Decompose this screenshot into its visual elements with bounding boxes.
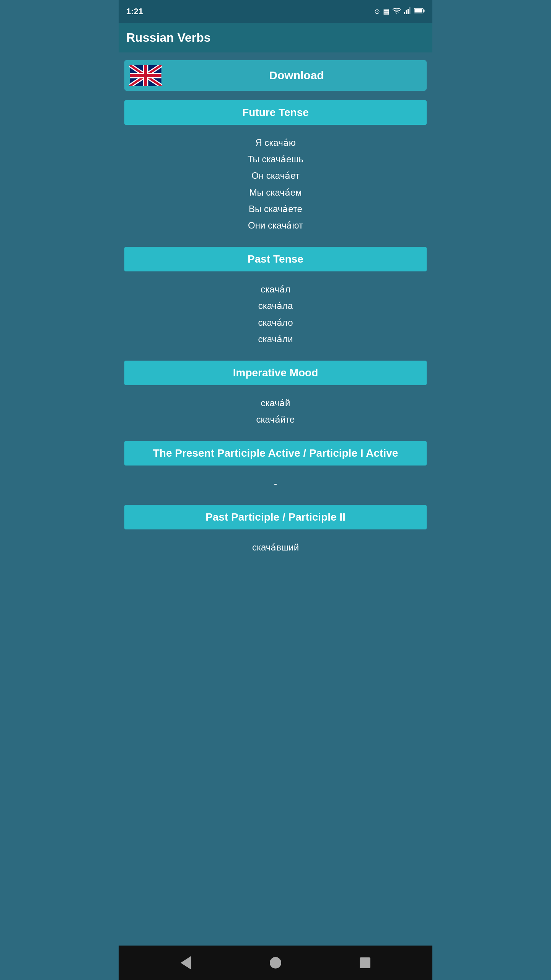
svg-rect-4: [409, 7, 411, 14]
recents-icon: [360, 957, 370, 968]
list-item: скача́йте: [128, 411, 423, 428]
imperative-mood-list: скача́й скача́йте: [124, 389, 427, 433]
list-item: Ты скача́ешь: [128, 151, 423, 167]
uk-flag-icon: [129, 65, 162, 86]
app-header: Russian Verbs: [119, 23, 432, 52]
status-icons: ⊙ ▤: [374, 7, 425, 16]
back-icon: [181, 956, 191, 970]
future-tense-header: Future Tense: [124, 100, 427, 125]
status-time: 1:21: [126, 7, 143, 16]
past-tense-header: Past Tense: [124, 247, 427, 271]
list-item: Я скача́ю: [128, 134, 423, 151]
svg-rect-16: [130, 74, 161, 77]
svg-rect-2: [406, 10, 407, 14]
imperative-mood-section: Imperative Mood скача́й скача́йте: [124, 361, 427, 433]
battery-icon: [414, 8, 425, 16]
list-item: Вы скача́ете: [128, 201, 423, 217]
svg-rect-1: [404, 12, 405, 14]
signal-icon: [404, 7, 411, 16]
flag-container: [124, 60, 166, 91]
download-button[interactable]: Download: [124, 60, 427, 91]
imperative-mood-header: Imperative Mood: [124, 361, 427, 385]
future-tense-section: Future Tense Я скача́ю Ты скача́ешь Он с…: [124, 100, 427, 239]
home-button[interactable]: [270, 957, 281, 969]
past-participle-header: Past Participle / Participle II: [124, 505, 427, 529]
list-item: -: [128, 475, 423, 492]
download-label: Download: [166, 69, 427, 82]
list-item: скача́ла: [128, 297, 423, 314]
bottom-nav: [119, 946, 432, 980]
podcast-icon: ⊙: [374, 7, 380, 16]
back-button[interactable]: [181, 956, 191, 970]
list-item: скача́вший: [128, 539, 423, 555]
list-item: скача́й: [128, 395, 423, 411]
svg-rect-6: [415, 9, 422, 12]
past-participle-list: скача́вший: [124, 533, 427, 561]
recents-button[interactable]: [360, 957, 370, 968]
sim-icon: ▤: [383, 7, 390, 16]
wifi-icon: [393, 7, 401, 16]
past-tense-list: скача́л скача́ла скача́ло скача́ли: [124, 275, 427, 353]
svg-point-0: [396, 13, 398, 14]
list-item: скача́л: [128, 281, 423, 297]
present-participle-header: The Present Participle Active / Particip…: [124, 441, 427, 466]
app-title: Russian Verbs: [126, 31, 425, 45]
list-item: Они скача́ют: [128, 217, 423, 234]
svg-rect-3: [408, 9, 409, 14]
future-tense-list: Я скача́ю Ты скача́ешь Он скача́ет Мы ск…: [124, 129, 427, 239]
home-icon: [270, 957, 281, 969]
list-item: скача́ло: [128, 314, 423, 331]
main-content: Download Future Tense Я скача́ю Ты скача…: [119, 52, 432, 946]
status-bar: 1:21 ⊙ ▤: [119, 0, 432, 23]
past-participle-section: Past Participle / Participle II скача́вш…: [124, 505, 427, 561]
past-tense-section: Past Tense скача́л скача́ла скача́ло ска…: [124, 247, 427, 353]
present-participle-section: The Present Participle Active / Particip…: [124, 441, 427, 497]
svg-rect-7: [424, 10, 425, 12]
list-item: Мы скача́ем: [128, 184, 423, 201]
list-item: скача́ли: [128, 331, 423, 347]
list-item: Он скача́ет: [128, 167, 423, 184]
present-participle-list: -: [124, 469, 427, 497]
